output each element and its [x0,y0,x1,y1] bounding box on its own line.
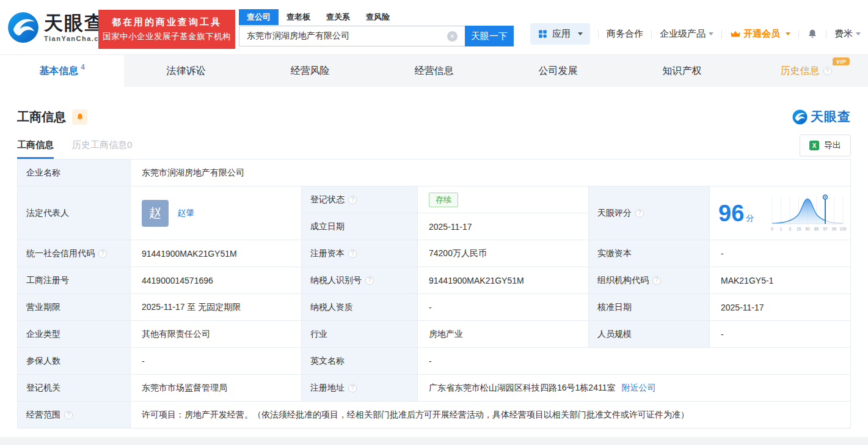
svg-text:85: 85 [814,227,819,231]
watermark-logo: 天眼查 [792,108,851,125]
credit-code-value: 91441900MAK21GY51M [131,240,302,267]
field-label: 工商注册号 [18,267,131,294]
help-icon[interactable] [635,209,644,218]
score-distribution-chart: 0131550859799100 [768,193,847,234]
search-tab-company[interactable]: 查公司 [239,9,279,25]
paid-capital-value: - [710,240,851,267]
score-unit: 分 [746,213,754,224]
field-label: 成立日期 [302,213,418,240]
field-label: 统一社会信用代码 [18,240,131,267]
clear-search-icon[interactable] [447,31,458,42]
tab-count: 4 [81,63,85,72]
org-code-value: MAK21GY5-1 [710,267,851,294]
svg-text:15: 15 [797,227,801,231]
field-label: 营业期限 [18,294,131,321]
insured-count-value: - [131,348,302,375]
site-header: 天眼查 TianYanCha.com 都在用的商业查询工具 国家中小企业发展子基… [0,0,868,55]
main-content: 工商信息 天眼查 工商信息 历史工商信息0 导出 企业名称 东莞市润湖房地产有限… [0,108,868,428]
tab-operational-risk[interactable]: 经营风险 [248,55,372,87]
tab-legal-lawsuits[interactable]: 法律诉讼 [124,55,248,87]
tab-company-development[interactable]: 公司发展 [496,55,620,87]
search-tab-boss[interactable]: 查老板 [279,9,318,25]
nav-user-menu[interactable]: 费米 [834,28,861,40]
business-info-table: 企业名称 东莞市润湖房地产有限公司 法定代表人 赵 赵肇 登记状态 存续 天眼评… [17,159,851,428]
export-button[interactable]: 导出 [800,134,851,156]
nav-divider [651,30,652,39]
help-icon[interactable] [98,249,107,258]
help-icon[interactable] [365,276,374,285]
svg-text:100: 100 [840,227,847,231]
field-label: 天眼评分 [589,186,710,240]
username: 费米 [834,28,853,40]
nav-open-vip[interactable]: 开通会员 [730,28,790,40]
field-label: 英文名称 [302,348,418,375]
taxpayer-quality-value: - [418,294,589,321]
tianyancha-company-page: 天眼查 TianYanCha.com 都在用的商业查询工具 国家中小企业发展子基… [0,0,868,445]
legal-rep-link[interactable]: 赵肇 [177,208,194,219]
business-scope-value: 许可项目：房地产开发经营。（依法须经批准的项目，经相关部门批准后方可开展经营活动… [131,402,851,428]
reg-address-cell: 广东省东莞市松山湖园区科技四路16号1栋2411室 附近公司 [418,375,851,402]
search-input[interactable] [239,26,465,46]
field-label: 核准日期 [589,294,710,321]
field-label: 经营范围 [18,402,131,428]
notification-bell-icon[interactable] [807,28,818,40]
svg-text:50: 50 [805,227,810,231]
tianyancha-logo-icon [792,109,808,125]
help-icon[interactable] [652,276,661,285]
field-label: 登记状态 [302,186,418,213]
help-icon[interactable] [823,67,832,75]
field-label: 参保人数 [18,348,131,375]
avatar[interactable]: 赵 [142,200,169,227]
field-label: 注册地址 [302,375,418,402]
subtab-business-info[interactable]: 工商信息 [17,139,54,159]
crown-icon [730,29,741,40]
field-label: 组织机构代码 [589,267,710,294]
search-area: 查公司 查老板 查关系 查风险 天眼一下 [239,9,514,46]
nav-divider [798,30,799,39]
tab-intellectual-property[interactable]: 知识产权 [620,55,744,87]
nav-divider [598,30,599,39]
field-label: 企业类型 [18,321,131,348]
apps-menu[interactable]: 应用 [530,23,590,45]
promo-line1: 都在用的商业查询工具 [112,17,222,28]
section-title: 工商信息 [17,109,66,125]
score-cell: 96 分 [710,186,851,240]
tab-basic-info[interactable]: 基本信息 4 [0,55,124,87]
field-label: 人员规模 [589,321,710,348]
search-tab-risk[interactable]: 查风险 [358,9,398,25]
search-tab-relation[interactable]: 查关系 [318,9,358,25]
reg-number-value: 441900014571696 [131,267,302,294]
subtab-history-business-info[interactable]: 历史工商信息0 [72,139,132,159]
nav-enterprise-products[interactable]: 企业级产品 [660,28,713,40]
business-term-value: 2025-11-17 至 无固定期限 [131,294,302,321]
field-label: 法定代表人 [18,186,131,240]
nearby-companies-link[interactable]: 附近公司 [621,383,655,394]
english-name-value: - [418,348,851,375]
help-icon[interactable] [348,196,357,204]
company-name-value: 东莞市润湖房地产有限公司 [131,160,851,186]
apps-label: 应用 [552,28,571,40]
score-value: 96 [718,202,744,225]
help-icon[interactable] [348,384,357,392]
promo-banner: 都在用的商业查询工具 国家中小企业发展子基金旗下机构 [98,10,235,49]
search-button[interactable]: 天眼一下 [465,26,514,46]
svg-text:0: 0 [771,227,773,231]
page-bottom-strip [0,437,868,445]
nav-business-cooperation[interactable]: 商务合作 [607,28,643,40]
chevron-down-icon [578,32,583,35]
reg-address-value: 广东省东莞市松山湖园区科技四路16号1栋2411室 [429,383,615,394]
est-date-value: 2025-11-17 [418,213,589,240]
tab-business-info[interactable]: 经营信息 [372,55,496,87]
monitor-bell-icon[interactable] [72,109,87,125]
reg-status-cell: 存续 [418,186,589,213]
reg-authority-value: 东莞市市场监督管理局 [131,375,302,402]
help-icon[interactable] [64,411,73,419]
tianyancha-logo[interactable]: 天眼查 TianYanCha.com [7,12,111,43]
tab-history-info[interactable]: VIP 历史信息 [744,55,868,87]
nav-divider [826,30,826,39]
help-icon[interactable] [348,249,357,258]
company-tabbar: 基本信息 4 法律诉讼 经营风险 经营信息 公司发展 知识产权 VIP 历史信息 [0,55,868,87]
svg-text:99: 99 [832,227,837,231]
reg-capital-value: 74200万人民币 [418,240,589,267]
search-tabs: 查公司 查老板 查关系 查风险 [239,9,514,25]
